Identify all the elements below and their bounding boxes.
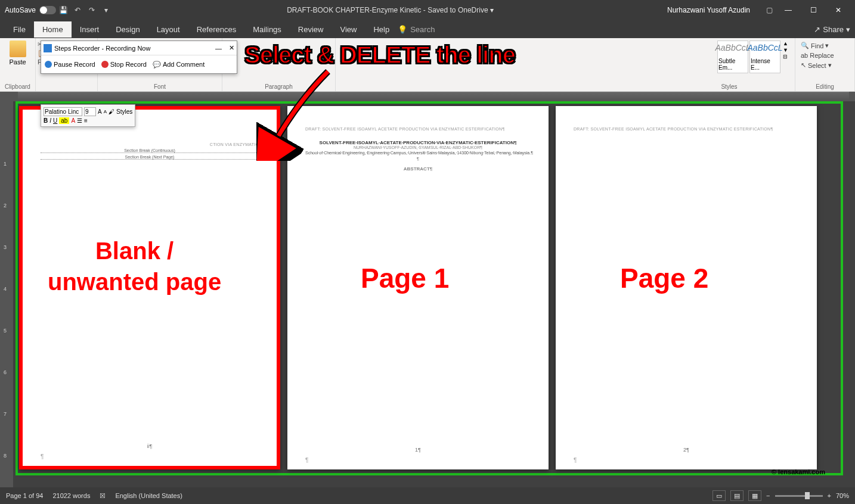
add-comment-button[interactable]: 💬Add Comment [153, 61, 205, 69]
clipboard-group-label: Clipboard [0, 83, 35, 90]
language-status[interactable]: English (United States) [115, 492, 182, 499]
select-icon: ↖ [801, 61, 806, 69]
stop-record-button[interactable]: Stop Record [101, 61, 147, 68]
zoom-slider[interactable] [775, 495, 823, 497]
steps-recorder-title: Steps Recorder - Recording Now [54, 45, 150, 52]
highlight-button[interactable]: ab [59, 117, 69, 124]
italic-button[interactable]: I [49, 117, 51, 124]
tab-home[interactable]: Home [34, 21, 72, 38]
word-count[interactable]: 21022 words [52, 492, 90, 499]
autosave-toggle[interactable]: AutoSave [5, 6, 56, 14]
styles-more-icon[interactable]: ⊟ [783, 54, 791, 60]
tab-review[interactable]: Review [290, 21, 332, 38]
web-layout-button[interactable]: ▦ [748, 490, 761, 501]
underline-button[interactable]: U [53, 117, 57, 124]
styles-up-icon[interactable]: ▲ [783, 41, 791, 46]
annotation-blank-label: Blank / unwanted page [48, 235, 221, 297]
annotation-main-label: Select & DELETE the line [244, 42, 515, 69]
spellcheck-icon[interactable]: ☒ [100, 492, 106, 500]
numbering-button[interactable]: ≡ [84, 117, 88, 124]
font-size-input[interactable] [84, 107, 96, 116]
minimize-button[interactable]: — [776, 1, 800, 19]
find-icon: 🔍 [801, 42, 809, 49]
undo-icon[interactable]: ↶ [72, 5, 83, 15]
qat-dropdown-icon[interactable]: ▾ [101, 5, 111, 15]
mini-toolbar[interactable]: A A 🖌 Styles B I U ab A ☰ ≡ [41, 104, 135, 127]
bold-button[interactable]: B [44, 117, 48, 124]
minimize-icon[interactable]: — [215, 45, 222, 52]
tab-help[interactable]: Help [365, 21, 398, 38]
chevron-down-icon: ▾ [825, 42, 829, 49]
bullets-button[interactable]: ☰ [77, 117, 82, 124]
tab-insert[interactable]: Insert [72, 21, 108, 38]
comment-icon: 💬 [153, 61, 161, 69]
font-color-button[interactable]: A [71, 117, 75, 124]
tab-layout[interactable]: Layout [148, 21, 188, 38]
close-button[interactable]: ✕ [826, 1, 850, 19]
pilcrow-mark: ¶ [41, 453, 44, 460]
styles-group-label: Styles [699, 83, 759, 90]
page-number: ii¶ [147, 443, 153, 449]
format-painter-icon[interactable]: 🖌 [109, 108, 114, 115]
ribbon-tabs: File Home Insert Design Layout Reference… [0, 20, 855, 38]
pilcrow-mark: ¶ [305, 457, 308, 463]
zoom-level[interactable]: 70% [836, 492, 849, 499]
styles-down-icon[interactable]: ▼ [783, 47, 791, 53]
watermark: © lensakami.com [772, 468, 825, 475]
replace-button[interactable]: abReplace [799, 51, 851, 60]
horizontal-ruler[interactable] [0, 92, 855, 101]
style-intense-emphasis[interactable]: AaBbCcL Intense E... [749, 41, 780, 73]
redo-icon[interactable]: ↷ [86, 5, 97, 15]
maximize-button[interactable]: ☐ [801, 1, 825, 19]
share-icon: ↗ [814, 25, 820, 34]
section-break-continuous[interactable]: Section Break (Continuous) [41, 148, 259, 153]
annotation-arrow [256, 66, 340, 161]
styles-gallery[interactable]: AaBbCcL Subtle Em... AaBbCcL Intense E..… [717, 41, 791, 73]
vertical-ruler[interactable]: 123 456 78 [0, 101, 13, 487]
tab-file[interactable]: File [5, 21, 34, 38]
select-button[interactable]: ↖Select▾ [799, 61, 851, 70]
paste-button[interactable]: Paste [4, 39, 32, 67]
focus-view-button[interactable]: ▭ [712, 490, 726, 501]
title-bar: AutoSave 💾 ↶ ↷ ▾ DRAFT-BOOK CHAPTER-Enzy… [0, 0, 855, 20]
steps-recorder-icon [44, 44, 52, 52]
font-name-input[interactable] [44, 107, 82, 116]
zoom-out-button[interactable]: − [766, 492, 770, 499]
style-name: Subtle Em... [718, 58, 747, 71]
tell-me-search[interactable]: 💡 Search [398, 25, 435, 34]
paste-label: Paste [9, 58, 26, 66]
tab-references[interactable]: References [188, 21, 244, 38]
find-button[interactable]: 🔍Find▾ [799, 41, 851, 50]
page-number: 1¶ [415, 447, 421, 453]
style-preview: AaBbCcL [715, 43, 750, 52]
close-icon[interactable]: ✕ [229, 44, 234, 52]
grow-font-icon[interactable]: A [98, 108, 102, 115]
annotation-page2-label: Page 2 [620, 262, 708, 294]
style-subtle-emphasis[interactable]: AaBbCcL Subtle Em... [717, 41, 748, 73]
shrink-font-icon[interactable]: A [104, 109, 107, 114]
user-name[interactable]: Nurhazwani Yusoff Azudin [667, 6, 750, 14]
share-button[interactable]: ↗ Share ▾ [814, 25, 850, 34]
tab-view[interactable]: View [332, 21, 365, 38]
tab-design[interactable]: Design [107, 21, 148, 38]
styles-button[interactable]: Styles [116, 108, 132, 115]
pause-record-button[interactable]: Pause Record [45, 61, 95, 68]
replace-icon: ab [801, 52, 808, 59]
tab-mailings[interactable]: Mailings [244, 21, 290, 38]
abstract-heading: ABSTRACT¶ [305, 166, 531, 172]
section-break-next-page[interactable]: Section Break (Next Page) [41, 155, 259, 160]
document-title: DRAFT-BOOK CHAPTER-Enzyme Kinetic - Save… [113, 6, 667, 14]
ribbon-display-icon[interactable]: ▢ [764, 5, 775, 15]
page-number: 2¶ [683, 447, 689, 453]
steps-recorder-titlebar[interactable]: Steps Recorder - Recording Now — ✕ [41, 41, 237, 55]
zoom-in-button[interactable]: + [828, 492, 831, 499]
autosave-label: AutoSave [5, 6, 36, 14]
status-bar: Page 1 of 94 21022 words ☒ English (Unit… [0, 487, 855, 504]
lightbulb-icon: 💡 [398, 25, 407, 34]
stop-icon [101, 61, 109, 68]
toggle-switch[interactable] [39, 6, 56, 14]
steps-recorder-window[interactable]: Steps Recorder - Recording Now — ✕ Pause… [41, 41, 237, 74]
save-icon[interactable]: 💾 [58, 5, 69, 15]
print-layout-button[interactable]: ▤ [730, 490, 744, 501]
page-count[interactable]: Page 1 of 94 [6, 492, 43, 499]
